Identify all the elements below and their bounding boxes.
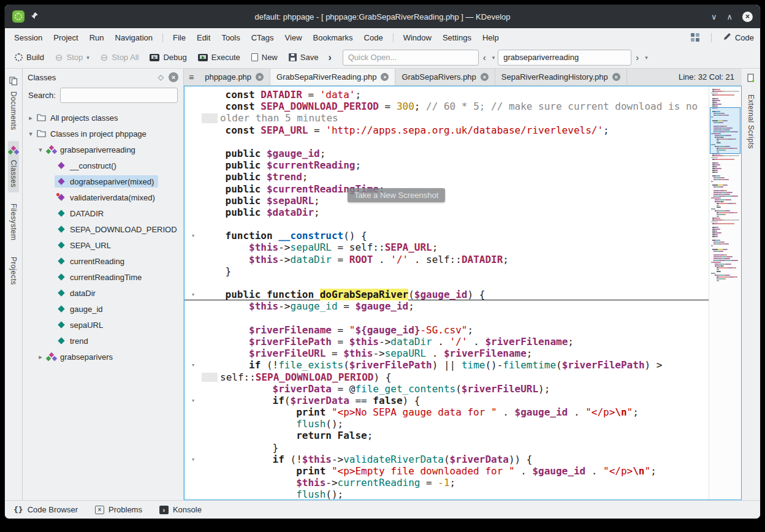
menu-code[interactable]: Code [359, 31, 389, 44]
editor-tab-grabseparivers-php[interactable]: GrabSepaRivers.php× [395, 69, 495, 85]
menu-run[interactable]: Run [84, 31, 110, 44]
tree-item-grabsepariverreading[interactable]: ▾grabsepariverreading [23, 142, 183, 158]
menu-bookmarks[interactable]: Bookmarks [308, 31, 359, 44]
chevron-down-icon[interactable]: ▾ [86, 55, 89, 61]
menu-navigation[interactable]: Navigation [110, 31, 158, 44]
expander-down-icon[interactable]: ▾ [26, 130, 35, 138]
tree-item-validateriverdata-mixed[interactable]: validateriverdata(mixed) [23, 189, 183, 205]
classes-search-input[interactable] [60, 88, 178, 103]
menu-ctags[interactable]: CTags [246, 31, 280, 44]
close-icon[interactable]: × [742, 12, 753, 22]
tree-item-classes-in-project-phppage[interactable]: ▾Classes in project phppage [23, 126, 183, 142]
konsole-button[interactable]: ›Konsole [159, 505, 202, 514]
tree-item-body[interactable]: SEPA_URL [55, 239, 115, 251]
tree-item-body[interactable]: DATADIR [55, 207, 108, 219]
dock-tab-external-scripts[interactable]: External Scripts [746, 89, 756, 154]
tree-item-sepa-url[interactable]: SEPA_URL [23, 237, 183, 253]
area-grid-icon[interactable] [691, 33, 699, 42]
menu-file[interactable]: File [167, 31, 191, 44]
external-scripts-icon[interactable] [747, 74, 756, 85]
dock-tab-projects[interactable]: Projects [9, 252, 18, 290]
menu-help[interactable]: Help [477, 31, 504, 44]
tree-item-currentreadingtime[interactable]: currentReadingTime [23, 269, 183, 285]
tree-item-body[interactable]: grabsepariverreading [45, 143, 140, 156]
dock-tab-documents[interactable]: Documents [9, 72, 18, 135]
tree-item-body[interactable]: sepaURL [55, 319, 107, 331]
tree-item-datadir[interactable]: dataDir [23, 285, 183, 301]
stop-button[interactable]: ⊖ Stop ▾ [50, 50, 94, 64]
tree-item-sepa-download-period[interactable]: SEPA_DOWNLOAD_PERIOD [23, 221, 183, 237]
menu-session[interactable]: Session [9, 31, 48, 44]
chevron-down-icon[interactable]: ▾ [490, 53, 497, 62]
menu-edit[interactable]: Edit [191, 31, 216, 44]
tree-item-body[interactable]: currentReading [55, 255, 129, 267]
editor-tab-phppage-php[interactable]: phppage.php× [199, 69, 270, 85]
quick-open-input[interactable] [343, 50, 479, 66]
tree-item-body[interactable]: __construct() [55, 159, 121, 172]
new-button[interactable]: New [246, 50, 283, 64]
kdevelop-app-icon[interactable] [12, 10, 25, 23]
tree-item-body[interactable]: grabseparivers [45, 351, 117, 363]
tree-item-body[interactable]: gauge_id [55, 303, 107, 315]
toolbar-search-input[interactable] [498, 50, 631, 66]
fold-marker-icon[interactable]: ▾ [185, 454, 202, 465]
stop-all-button[interactable]: ⊖ Stop All [96, 50, 144, 64]
expander-right-icon[interactable]: ▸ [26, 114, 35, 122]
menu-settings[interactable]: Settings [437, 31, 477, 44]
fold-marker-icon[interactable]: ▾ [185, 359, 202, 371]
tree-item-body[interactable]: dograbsepariver(mixed) [55, 175, 158, 188]
fold-marker-icon[interactable]: ▾ [185, 289, 202, 300]
maximize-icon[interactable]: ∧ [726, 13, 733, 21]
problems-button[interactable]: ×Problems [95, 505, 142, 514]
menu-view[interactable]: View [280, 31, 308, 44]
editor-tab-grabsepariverreading-php[interactable]: GrabSepaRiverReading.php× [270, 69, 395, 85]
minimize-icon[interactable]: ∨ [711, 13, 717, 21]
tab-close-icon[interactable]: × [612, 73, 620, 81]
tree-item-gauge-id[interactable]: gauge_id [23, 301, 183, 317]
menu-window[interactable]: Window [398, 31, 437, 44]
tree-item-currentreading[interactable]: currentReading [23, 253, 183, 269]
editor-tab-separiverreadinghistory-php[interactable]: SepaRiverReadingHistory.php× [495, 69, 627, 85]
chevron-right-icon[interactable]: › [633, 51, 642, 64]
tree-item-body[interactable]: dataDir [55, 287, 100, 299]
tree-item-body[interactable]: SEPA_DOWNLOAD_PERIOD [55, 223, 181, 235]
save-button[interactable]: Save [284, 50, 324, 64]
tab-close-icon[interactable]: × [256, 73, 264, 81]
expander-down-icon[interactable]: ▾ [36, 146, 45, 154]
build-button[interactable]: Build [10, 50, 49, 64]
debug-button[interactable]: Debug [145, 50, 191, 64]
titlebar[interactable]: default: phppage - [ phppage:GrabSepaRiv… [5, 5, 760, 28]
tab-close-icon[interactable]: × [381, 73, 389, 81]
menu-tools[interactable]: Tools [216, 31, 245, 44]
tree-item-body[interactable]: trend [55, 335, 93, 347]
tree-item-construct[interactable]: __construct() [23, 158, 183, 173]
minimap-viewport[interactable] [710, 107, 740, 154]
detach-panel-icon[interactable]: ◇ [158, 73, 164, 82]
minimap-scrollbar[interactable] [709, 86, 741, 500]
execute-button[interactable]: Execute [193, 50, 245, 64]
code-editor[interactable]: const DATADIR = 'data'; const SEPA_DOWNL… [184, 86, 742, 500]
dock-tab-filesystem[interactable]: Filesystem [9, 199, 18, 245]
dock-tab-classes[interactable]: Classes [8, 141, 19, 192]
fold-marker-icon[interactable]: ▾ [185, 395, 202, 406]
tab-close-icon[interactable]: × [481, 73, 489, 81]
tree-item-dograbsepariver-mixed[interactable]: dograbsepariver(mixed) [23, 173, 183, 189]
area-switcher-button[interactable]: Code [723, 32, 754, 42]
panel-close-icon[interactable]: × [169, 72, 178, 82]
tree-item-grabseparivers[interactable]: ▸grabseparivers [23, 349, 183, 365]
code-browser-button[interactable]: {}Code Browser [13, 505, 78, 514]
toolbar-overflow-icon[interactable]: › [324, 52, 335, 63]
tree-item-body[interactable]: currentReadingTime [55, 271, 146, 283]
expander-right-icon[interactable]: ▸ [36, 353, 45, 361]
chevron-down-icon[interactable]: ▾ [643, 53, 650, 62]
tree-item-datadir[interactable]: DATADIR [23, 205, 183, 221]
chevron-left-icon[interactable]: ‹ [480, 51, 489, 64]
document-list-icon[interactable]: ≡ [184, 69, 199, 85]
tree-item-all-projects-classes[interactable]: ▸All projects classes [23, 110, 183, 126]
fold-marker-icon[interactable]: ▾ [185, 230, 202, 241]
tree-item-body[interactable]: All projects classes [35, 112, 123, 124]
menu-project[interactable]: Project [48, 31, 83, 44]
tree-item-trend[interactable]: trend [23, 333, 183, 349]
pin-icon[interactable] [31, 11, 39, 22]
tree-item-sepaurl[interactable]: sepaURL [23, 317, 183, 333]
